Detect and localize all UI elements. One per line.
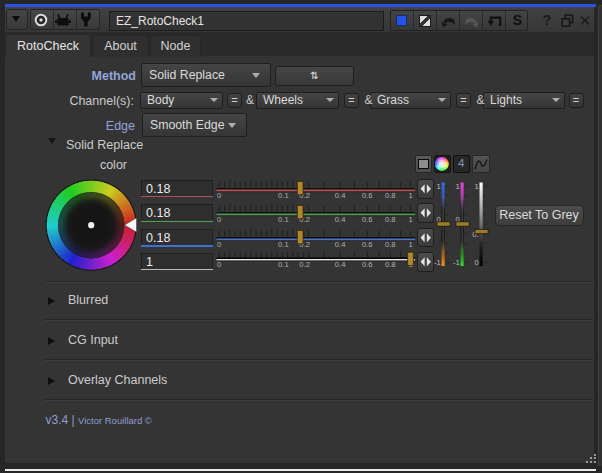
- svg-text:1: 1: [436, 182, 440, 191]
- svg-text:0: 0: [474, 258, 478, 267]
- svg-text:0: 0: [217, 215, 221, 224]
- svg-text:0.6: 0.6: [362, 191, 373, 200]
- svg-text:0.1: 0.1: [278, 191, 289, 200]
- svg-text:0.6: 0.6: [362, 239, 373, 248]
- svg-text:0.2: 0.2: [299, 260, 310, 269]
- svg-text:0.1: 0.1: [278, 215, 289, 224]
- svg-text:1: 1: [408, 215, 412, 224]
- svg-text:1: 1: [408, 239, 412, 248]
- svg-text:0.1: 0.1: [278, 260, 289, 269]
- svg-text:0.8: 0.8: [385, 239, 396, 248]
- svg-text:0.8: 0.8: [385, 215, 396, 224]
- svg-text:0: 0: [217, 260, 221, 269]
- svg-text:0.4: 0.4: [335, 191, 346, 200]
- svg-text:0.4: 0.4: [335, 260, 346, 269]
- svg-text:0.4: 0.4: [335, 239, 346, 248]
- svg-text:1: 1: [455, 182, 459, 191]
- svg-text:0.8: 0.8: [385, 191, 396, 200]
- svg-text:0.4: 0.4: [335, 215, 346, 224]
- svg-text:0.1: 0.1: [278, 239, 289, 248]
- svg-text:-1: -1: [434, 258, 441, 267]
- svg-text:1: 1: [408, 191, 412, 200]
- svg-text:0: 0: [217, 239, 221, 248]
- svg-text:-1: -1: [453, 258, 460, 267]
- svg-text:0.6: 0.6: [362, 215, 373, 224]
- svg-text:1: 1: [474, 182, 478, 191]
- svg-text:0: 0: [217, 191, 221, 200]
- svg-text:0.8: 0.8: [385, 260, 396, 269]
- svg-text:0.6: 0.6: [362, 260, 373, 269]
